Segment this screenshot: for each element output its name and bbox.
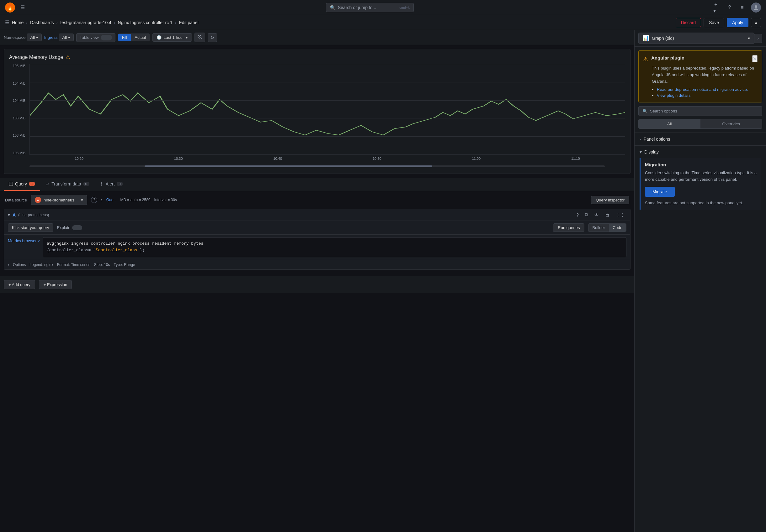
- que-link[interactable]: Que...: [106, 198, 117, 202]
- angular-link-1[interactable]: Read our deprecation notice and migratio…: [657, 87, 748, 92]
- chevron-down-icon-panel: ▾: [748, 36, 750, 41]
- chart-area: 105 MiB 104 MiB 104 MiB 103 MiB 103 MiB …: [9, 64, 625, 164]
- add-query-button[interactable]: + Add query: [4, 280, 35, 289]
- search-placeholder-text: Search or jump to...: [338, 5, 376, 10]
- display-header[interactable]: ▾ Display: [635, 145, 766, 158]
- metrics-code-row: Metrics browser > avg(nginx_ingress_cont…: [4, 235, 630, 260]
- y-label-6: 103 MiB: [12, 151, 25, 155]
- grid-line-1: [30, 64, 625, 64]
- plus-icon[interactable]: ＋ ▾: [713, 4, 721, 11]
- help-button[interactable]: ?: [91, 197, 97, 203]
- query-drag-icon[interactable]: ⋮⋮: [614, 212, 627, 218]
- tab-transform[interactable]: Transform data 0: [40, 178, 94, 191]
- kick-start-button[interactable]: Kick start your query: [8, 223, 53, 232]
- zoom-out-button[interactable]: [195, 33, 205, 42]
- angular-link-2[interactable]: View plugin details: [657, 93, 690, 98]
- breadcrumb-nginx[interactable]: Nginx Ingress controller rc 1: [118, 20, 172, 25]
- time-picker[interactable]: 🕐 Last 1 hour ▾: [152, 33, 192, 42]
- namespace-label: Namespace: [4, 35, 25, 40]
- query-duplicate-icon[interactable]: ⧉: [583, 211, 590, 218]
- breadcrumb-dashboards[interactable]: Dashboards: [30, 20, 54, 25]
- x-label-3: 10:40: [273, 157, 282, 160]
- toolbar: Namespace All ▾ Ingress All ▾ Table view…: [0, 30, 634, 45]
- query-eye-icon[interactable]: 👁: [593, 212, 601, 218]
- global-search[interactable]: 🔍 Search or jump to... cmd+k: [326, 3, 414, 12]
- actual-button[interactable]: Actual: [131, 34, 149, 41]
- user-avatar[interactable]: [751, 3, 761, 13]
- save-button[interactable]: Save: [704, 18, 724, 27]
- refresh-button[interactable]: ↻: [208, 33, 217, 42]
- query-line-2-op: =~: [88, 248, 93, 253]
- explain-toggle[interactable]: [72, 225, 82, 230]
- chevron-down-icon-ds: ▾: [81, 198, 83, 202]
- display-label: Display: [644, 149, 659, 154]
- query-help-icon[interactable]: ?: [574, 212, 581, 218]
- breadcrumb-current: Edit panel: [179, 20, 199, 25]
- collapse-button[interactable]: ▲: [751, 18, 761, 27]
- chart-title-row: Average Memory Usage ⚠: [9, 54, 625, 60]
- collapse-icon[interactable]: ▾: [8, 212, 10, 217]
- y-label-2: 104 MiB: [12, 81, 25, 85]
- display-caret: ▾: [640, 149, 642, 154]
- options-legend: Legend: nginx: [29, 263, 53, 267]
- namespace-item: Namespace All ▾: [4, 34, 42, 41]
- help-icon[interactable]: ?: [726, 4, 733, 11]
- metrics-browser-link[interactable]: Metrics browser >: [8, 237, 40, 257]
- grid-line-3: [30, 100, 625, 101]
- migration-title: Migration: [645, 162, 757, 167]
- search-options-input[interactable]: 🔍 Search options: [638, 106, 762, 116]
- query-code-block[interactable]: avg(nginx_ingress_controller_nginx_proce…: [43, 237, 627, 257]
- chart-scrollbar[interactable]: [29, 165, 605, 167]
- query-delete-icon[interactable]: 🗑: [603, 212, 611, 218]
- svg-point-0: [755, 5, 757, 8]
- breadcrumb-test[interactable]: test-grafana-upgrade-10.4: [60, 20, 111, 25]
- migration-note: Some features are not supported in the n…: [645, 200, 757, 206]
- code-button[interactable]: Code: [609, 224, 626, 232]
- options-row[interactable]: › Options Legend: nginx Format: Time ser…: [4, 260, 630, 269]
- top-navigation: 🔥 ☰ 🔍 Search or jump to... cmd+k ＋ ▾ ? ≡: [0, 0, 766, 15]
- tabs-bar: Query 1 Transform data 0 Alert 0: [0, 178, 634, 191]
- apply-button[interactable]: Apply: [727, 18, 748, 27]
- run-queries-button[interactable]: Run queries: [553, 223, 585, 232]
- add-expression-button[interactable]: + Expression: [39, 280, 72, 289]
- panel-collapse-button[interactable]: ›: [754, 34, 762, 43]
- y-axis: 105 MiB 104 MiB 104 MiB 103 MiB 103 MiB …: [9, 64, 28, 155]
- overrides-tab[interactable]: Overrides: [700, 119, 762, 128]
- all-tab[interactable]: All: [639, 119, 700, 128]
- query-editor: Data source ● nine-prometheus ▾ ? › Que.…: [0, 191, 634, 276]
- toggle-knob[interactable]: [101, 35, 112, 40]
- alert-badge: 0: [117, 182, 123, 186]
- expand-icon[interactable]: ›: [101, 197, 102, 202]
- query-letter: A: [13, 212, 16, 217]
- close-warning-button[interactable]: ✕: [752, 55, 758, 62]
- namespace-dropdown[interactable]: All ▾: [27, 34, 41, 41]
- query-inspector-button[interactable]: Query inspector: [591, 196, 629, 204]
- hamburger-menu-icon[interactable]: ☰: [5, 19, 9, 25]
- ingress-label: Ingress: [44, 35, 58, 40]
- table-view-toggle[interactable]: Table view: [76, 33, 115, 42]
- panel-options-section[interactable]: › Panel options: [635, 133, 766, 145]
- query-row-actions: ? ⧉ 👁 🗑 ⋮⋮: [574, 211, 627, 218]
- breadcrumb-home[interactable]: Home: [12, 20, 24, 25]
- panel-type-selector[interactable]: 📊 Graph (old) ▾: [638, 33, 754, 44]
- display-section: Migration Consider switching to the Time…: [635, 158, 766, 215]
- alert-tab-icon: [99, 182, 104, 186]
- all-overrides-tabs: All Overrides: [638, 119, 762, 129]
- discard-button[interactable]: Discard: [676, 18, 701, 27]
- bell-icon[interactable]: ≡: [738, 4, 746, 11]
- tab-query[interactable]: Query 1: [4, 178, 40, 191]
- datasource-selector[interactable]: ● nine-prometheus ▾: [31, 195, 87, 205]
- bottom-bar: + Add query + Expression: [0, 276, 634, 293]
- grid-line-5: [30, 136, 625, 137]
- chart-scroll-thumb[interactable]: [144, 165, 432, 167]
- search-shortcut: cmd+k: [399, 6, 410, 9]
- ingress-dropdown[interactable]: All ▾: [59, 34, 73, 41]
- hamburger-icon[interactable]: ☰: [19, 4, 26, 11]
- tab-alert[interactable]: Alert 0: [94, 178, 128, 191]
- grid-line-2: [30, 82, 625, 82]
- builder-button[interactable]: Builder: [589, 224, 609, 232]
- migrate-button[interactable]: Migrate: [645, 187, 675, 197]
- fill-button[interactable]: Fill: [118, 34, 131, 41]
- logo-icon[interactable]: 🔥: [5, 3, 15, 13]
- x-label-6: 11:10: [571, 157, 580, 160]
